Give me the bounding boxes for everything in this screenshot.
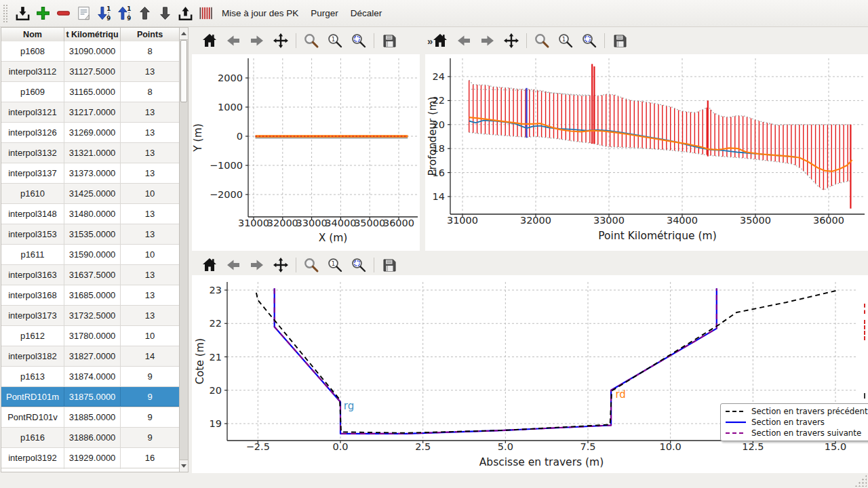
table-scrollbar[interactable] — [179, 28, 188, 472]
zoom-button[interactable] — [302, 256, 320, 274]
forward-button[interactable] — [479, 31, 496, 50]
save-button[interactable] — [380, 256, 398, 274]
table-cell[interactable]: interpol3163 — [1, 265, 64, 285]
table-cell[interactable]: 9 — [121, 367, 180, 386]
move-down-button[interactable] — [155, 3, 175, 24]
home-button[interactable] — [201, 256, 218, 274]
home-button[interactable] — [201, 31, 218, 50]
trace-chart[interactable]: 310003200033000340003500036000−2000−1000… — [192, 54, 420, 251]
zoom-one-button[interactable]: 1 — [557, 31, 574, 50]
table-cell[interactable]: interpol3112 — [1, 62, 64, 81]
table-cell[interactable]: 31373.0000 — [64, 163, 121, 183]
table-row[interactable]: interpol318231827.000014 — [1, 346, 180, 367]
zoom-button[interactable] — [302, 31, 320, 50]
table-cell[interactable]: 9 — [121, 407, 180, 427]
update-pk-button[interactable]: Mise à jour des PK — [216, 5, 304, 21]
pan-button[interactable] — [272, 256, 290, 274]
zoom-fit-button[interactable] — [580, 31, 598, 50]
table-cell[interactable]: 9 — [121, 428, 180, 447]
table-cell[interactable]: p1608 — [1, 41, 64, 61]
table-cell[interactable]: 31269.0000 — [64, 123, 121, 142]
table-cell[interactable]: 31732.5000 — [64, 306, 121, 325]
table-row[interactable]: PontRD101m31875.00009 — [1, 387, 180, 407]
home-button[interactable] — [431, 31, 449, 50]
table-row[interactable]: p160931165.00008 — [1, 82, 180, 102]
table-cell[interactable]: 9 — [121, 387, 180, 407]
table-cell[interactable]: interpol3192 — [1, 448, 64, 468]
scroll-up-button[interactable] — [180, 28, 188, 40]
table-cell[interactable]: 31885.0000 — [64, 407, 121, 427]
table-cell[interactable]: 31165.0000 — [64, 82, 121, 102]
table-cell[interactable]: interpol3148 — [1, 204, 64, 224]
column-header-pk[interactable]: t Kilométriqu — [64, 28, 121, 41]
table-cell[interactable]: 10 — [121, 184, 180, 203]
zoom-button[interactable] — [533, 31, 551, 50]
table-cell[interactable]: 31217.0000 — [64, 102, 121, 122]
column-header-nom[interactable]: Nom — [1, 28, 64, 41]
table-row[interactable]: interpol313231321.000013 — [1, 143, 180, 163]
table-row[interactable]: p161031425.000010 — [1, 184, 180, 204]
zoom-fit-button[interactable] — [350, 31, 368, 50]
toolbar-grip[interactable] — [3, 4, 8, 23]
table-cell[interactable]: interpol3137 — [1, 163, 64, 183]
back-button[interactable] — [224, 31, 242, 50]
table-row[interactable]: interpol313731373.000013 — [1, 163, 180, 184]
zoom-fit-button[interactable] — [350, 256, 368, 274]
table-cell[interactable]: 13 — [121, 265, 180, 285]
pan-button[interactable] — [502, 31, 520, 50]
table-cell[interactable]: p1613 — [1, 367, 64, 386]
table-cell[interactable]: 16 — [121, 448, 180, 468]
table-cell[interactable]: interpol3132 — [1, 143, 64, 163]
table-cell[interactable]: 31827.0000 — [64, 346, 121, 366]
zoom-one-button[interactable]: 1 — [326, 31, 344, 50]
column-header-points[interactable]: Points — [121, 28, 180, 41]
pan-button[interactable] — [272, 31, 290, 50]
table-cell[interactable]: 13 — [121, 163, 180, 183]
table-cell[interactable]: interpol3182 — [1, 346, 64, 366]
table-cell[interactable]: 31425.0000 — [64, 184, 121, 203]
purge-button[interactable]: Purger — [304, 5, 344, 21]
table-cell[interactable]: 13 — [121, 285, 180, 305]
table-cell[interactable]: interpol3168 — [1, 285, 64, 305]
table-row[interactable]: PontRD101v31885.00009 — [1, 407, 180, 428]
table-cell[interactable]: 13 — [121, 123, 180, 142]
forward-button[interactable] — [248, 31, 266, 50]
table-cell[interactable]: interpol3121 — [1, 102, 64, 122]
table-cell[interactable]: 13 — [121, 102, 180, 122]
table-cell[interactable]: interpol3126 — [1, 123, 64, 142]
sort-ascending-button[interactable]: 1 9 — [114, 3, 134, 24]
table-cell[interactable]: 13 — [121, 62, 180, 81]
import-button[interactable] — [12, 3, 33, 24]
export-button[interactable] — [175, 3, 195, 24]
table-row[interactable]: p161231780.000010 — [1, 326, 180, 346]
table-cell[interactable]: 13 — [121, 204, 180, 224]
table-cell[interactable]: interpol3153 — [1, 224, 64, 244]
table-row[interactable]: interpol312131217.000013 — [1, 102, 180, 123]
table-cell[interactable]: p1616 — [1, 428, 64, 447]
table-row[interactable]: p160831090.00008 — [1, 41, 180, 62]
table-cell[interactable]: 31929.0000 — [64, 448, 121, 468]
table-cell[interactable]: 8 — [121, 41, 180, 61]
section-chart[interactable]: rgrd−2.50.02.55.07.510.012.515.019202122… — [192, 275, 868, 473]
table-cell[interactable]: 13 — [121, 143, 180, 163]
table-cell[interactable]: 14 — [121, 346, 180, 366]
table-cell[interactable]: p1610 — [1, 184, 64, 203]
shift-button[interactable]: Décaler — [344, 5, 389, 21]
table-cell[interactable]: 31535.0000 — [64, 224, 121, 244]
table-cell[interactable]: interpol3173 — [1, 306, 64, 325]
profil-chart[interactable]: 3100032000330003400035000360001416182022… — [425, 54, 868, 251]
table-cell[interactable]: 13 — [121, 224, 180, 244]
table-cell[interactable]: 31637.5000 — [64, 265, 121, 285]
table-row[interactable]: p161331874.00009 — [1, 367, 180, 387]
table-cell[interactable]: p1611 — [1, 245, 64, 264]
table-cell[interactable]: 31480.0000 — [64, 204, 121, 224]
table-row[interactable]: p161131590.000010 — [1, 245, 180, 265]
table-cell[interactable]: 31874.0000 — [64, 367, 121, 386]
table-row[interactable]: interpol312631269.000013 — [1, 123, 180, 143]
table-cell[interactable]: PontRD101v — [1, 407, 64, 427]
save-button[interactable] — [611, 31, 629, 50]
table-row[interactable]: interpol319231929.000016 — [1, 448, 180, 468]
table-cell[interactable]: 13 — [121, 306, 180, 325]
table-row[interactable]: interpol317331732.500013 — [1, 306, 180, 326]
table-cell[interactable]: p1609 — [1, 82, 64, 102]
